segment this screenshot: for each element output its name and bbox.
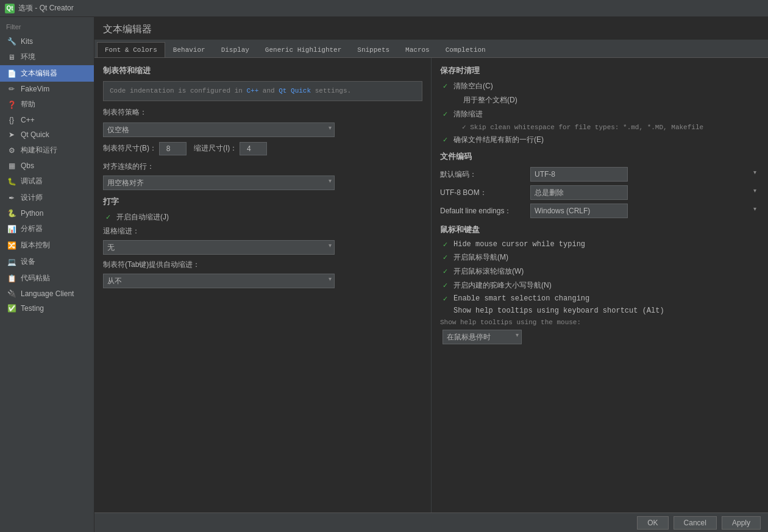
info-text-1: Code indentation is configured in xyxy=(110,87,246,94)
sidebar-item-fakevim[interactable]: ✏ FakeVim xyxy=(0,82,94,96)
tab-generic-highlighter[interactable]: Generic Highlighter xyxy=(257,42,349,57)
sidebar-item-python[interactable]: 🐍 Python xyxy=(0,206,94,221)
typing-section-title: 打字 xyxy=(103,196,422,207)
tabs-bar: Font & Colors Behavior Display Generic H… xyxy=(94,40,768,58)
text-editor-icon: 📄 xyxy=(6,69,17,78)
help-icon: ❓ xyxy=(6,101,17,109)
mouse-scroll-icon: ✓ xyxy=(443,268,451,275)
ensure-newline-icon: ✓ xyxy=(443,136,451,144)
continuous-align-select[interactable]: 用空格对齐 用制表符对齐 xyxy=(103,176,335,190)
mouse-tooltip-select[interactable]: 在鼠标悬停时 从不 总是 xyxy=(443,330,522,344)
sidebar-item-analyzer[interactable]: 📊 分析器 xyxy=(0,221,94,237)
sidebar-item-designer-label: 设计师 xyxy=(21,193,43,203)
camelcase-nav-icon: ✓ xyxy=(443,282,451,289)
unindent-combo-row: 无 缩进层级 制表符和单个空格 xyxy=(103,240,422,255)
language-client-icon: 🔌 xyxy=(6,289,17,298)
sidebar-item-text-editor[interactable]: 📄 文本编辑器 xyxy=(0,65,94,82)
line-endings-label: Default line endings： xyxy=(440,206,525,216)
sidebar-item-environment-label: 环境 xyxy=(21,52,35,62)
tab-completion[interactable]: Completion xyxy=(438,42,494,57)
kits-icon: 🔧 xyxy=(6,37,17,46)
sidebar-item-qtquick[interactable]: ➤ Qt Quick xyxy=(0,127,94,142)
sidebar-item-cpp[interactable]: {} C++ xyxy=(0,113,94,127)
tab-font-colors[interactable]: Font & Colors xyxy=(97,42,165,57)
utf-bom-combo-wrapper: 总是删除 保留 总是添加 xyxy=(530,185,759,200)
testing-icon: ✅ xyxy=(6,304,17,313)
smart-select-label: Enable smart selection changing xyxy=(453,294,589,303)
tab-policy-combo-wrapper: 仅空格 仅制表符 制表符和空格 xyxy=(103,122,335,137)
tab-auto-indent-select[interactable]: 从不 总是 在缩进的行 xyxy=(103,274,335,288)
encoding-grid: 默认编码： UTF-8 UTF-16 UTF-8 BOM： 总是删除 保留 总是… xyxy=(440,167,759,218)
indent-size-input[interactable] xyxy=(240,142,267,155)
unindent-select[interactable]: 无 缩进层级 制表符和单个空格 xyxy=(103,240,335,255)
tab-auto-indent-combo-wrapper: 从不 总是 在缩进的行 xyxy=(103,274,335,288)
whole-doc-label: 用于整个文档(D) xyxy=(463,95,517,105)
sidebar-item-environment[interactable]: 🖥 环境 xyxy=(0,49,94,65)
info-box: Code indentation is configured in C++ an… xyxy=(103,81,422,101)
bottom-bar: OK Cancel Apply xyxy=(94,512,768,532)
sidebar-item-build-run[interactable]: ⚙ 构建和运行 xyxy=(0,142,94,158)
ok-button[interactable]: OK xyxy=(637,516,668,530)
sidebar-item-cpp-label: C++ xyxy=(21,116,35,124)
panel-content: 制表符和缩进 Code indentation is configured in… xyxy=(94,58,768,512)
tab-size-label: 制表符尺寸(B)： xyxy=(103,143,157,154)
tab-policy-label: 制表符策略： xyxy=(103,107,147,118)
tab-behavior[interactable]: Behavior xyxy=(165,42,213,57)
utf-bom-select[interactable]: 总是删除 保留 总是添加 xyxy=(530,185,628,200)
tab-display[interactable]: Display xyxy=(213,42,257,57)
sidebar-item-debugger-label: 调试器 xyxy=(21,176,43,186)
version-control-icon: 🔀 xyxy=(6,241,17,250)
mouse-nav-row: ✓ 开启鼠标导航(M) xyxy=(440,252,759,263)
sidebar-item-help-label: 帮助 xyxy=(21,99,35,110)
clean-indent-label: 清除缩进 xyxy=(453,109,483,119)
sidebar-item-text-editor-label: 文本编辑器 xyxy=(21,68,57,79)
line-endings-combo-wrapper: Windows (CRLF) Unix (LF) xyxy=(530,204,759,218)
tab-size-input[interactable] xyxy=(159,142,187,155)
sidebar-item-testing[interactable]: ✅ Testing xyxy=(0,301,94,316)
line-endings-select[interactable]: Windows (CRLF) Unix (LF) xyxy=(530,204,628,218)
mouse-nav-icon: ✓ xyxy=(443,254,451,261)
continuous-align-combo-wrapper: 用空格对齐 用制表符对齐 xyxy=(103,176,335,190)
indent-size-label: 缩进尺寸(I)： xyxy=(194,143,237,154)
tab-auto-indent-combo-row: 从不 总是 在缩进的行 xyxy=(103,274,422,288)
sidebar-item-debugger[interactable]: 🐛 调试器 xyxy=(0,173,94,190)
sidebar-item-designer[interactable]: ✒ 设计师 xyxy=(0,190,94,206)
utf-bom-label: UTF-8 BOM： xyxy=(440,188,525,198)
continuous-align-combo-row: 用空格对齐 用制表符对齐 xyxy=(103,176,422,190)
qtquick-link[interactable]: Qt Quick xyxy=(279,87,311,94)
sidebar-item-version-control[interactable]: 🔀 版本控制 xyxy=(0,237,94,254)
sidebar-item-kits[interactable]: 🔧 Kits xyxy=(0,34,94,49)
tab-snippets[interactable]: Snippets xyxy=(349,42,397,57)
sidebar-item-help[interactable]: ❓ 帮助 xyxy=(0,96,94,113)
indent-section-title: 制表符和缩进 xyxy=(103,65,422,76)
mouse-scroll-label: 开启鼠标滚轮缩放(W) xyxy=(453,266,524,277)
sidebar-item-version-control-label: 版本控制 xyxy=(21,240,50,250)
designer-icon: ✒ xyxy=(6,194,17,202)
app-icon: Qt xyxy=(5,4,15,13)
mouse-tooltip-row: Show help tooltips using the mouse: xyxy=(440,319,759,326)
info-end: settings. xyxy=(311,87,351,94)
window-title: 选项 - Qt Creator xyxy=(18,3,74,13)
save-section-title: 保存时清理 xyxy=(440,65,759,76)
camelcase-nav-label: 开启内建的驼峰大小写导航(N) xyxy=(453,280,552,291)
apply-button[interactable]: Apply xyxy=(722,516,761,530)
sidebar-item-analyzer-label: 分析器 xyxy=(21,224,43,234)
tab-macros[interactable]: Macros xyxy=(397,42,438,57)
mouse-tooltip-combo-row: 在鼠标悬停时 从不 总是 xyxy=(440,330,759,344)
sidebar-item-qbs-label: Qbs xyxy=(21,161,34,170)
sidebar-item-testing-label: Testing xyxy=(21,304,44,313)
sidebar-item-code-paste[interactable]: 📋 代码粘贴 xyxy=(0,270,94,286)
default-encoding-label: 默认编码： xyxy=(440,169,525,180)
cancel-button[interactable]: Cancel xyxy=(674,516,717,530)
cpp-link[interactable]: C++ xyxy=(246,87,258,94)
hide-mouse-label: Hide mouse cursor while typing xyxy=(453,240,585,249)
sidebar-item-qbs[interactable]: ▦ Qbs xyxy=(0,158,94,173)
title-bar: Qt 选项 - Qt Creator xyxy=(0,0,768,17)
whole-doc-row: 用于整个文档(D) xyxy=(440,95,759,105)
sidebar-item-language-client-label: Language Client xyxy=(21,289,74,298)
page-title: 文本编辑器 xyxy=(94,17,768,40)
sidebar-item-language-client[interactable]: 🔌 Language Client xyxy=(0,286,94,301)
sidebar-item-devices[interactable]: 💻 设备 xyxy=(0,254,94,270)
default-encoding-select[interactable]: UTF-8 UTF-16 xyxy=(530,167,628,182)
tab-policy-select[interactable]: 仅空格 仅制表符 制表符和空格 xyxy=(103,122,335,137)
